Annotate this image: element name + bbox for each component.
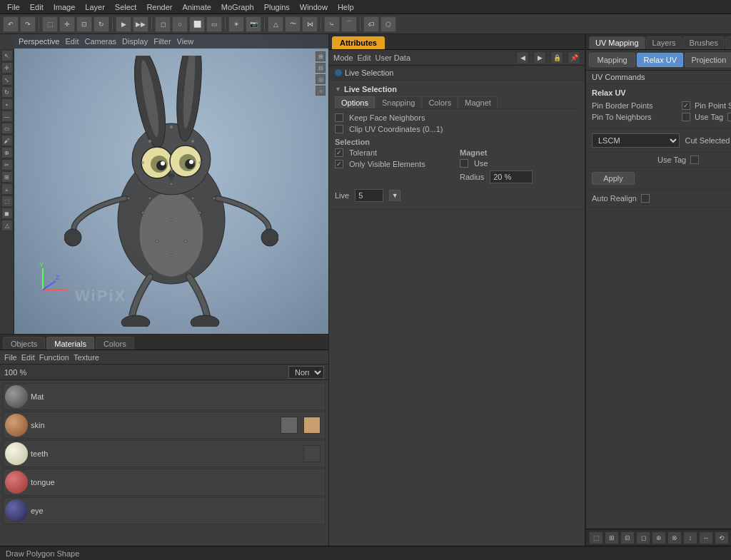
inner-tab-snapping[interactable]: Snapping [375, 96, 422, 108]
toolbar-tag[interactable]: 🏷 [363, 16, 379, 32]
btn-projection[interactable]: Projection [685, 53, 731, 67]
tool-rotate[interactable]: ↻ [1, 86, 13, 98]
uv-tab-swatches[interactable]: Swatches [725, 36, 731, 49]
live-arrow[interactable]: ▼ [389, 190, 400, 201]
toolbar-nurbs[interactable]: ⋈ [302, 16, 318, 32]
attr-menu-mode[interactable]: Mode [333, 54, 353, 62]
mode-select[interactable]: Normal Large Small [288, 366, 324, 379]
attr-pin[interactable]: 📌 [568, 51, 580, 64]
attr-menu-edit[interactable]: Edit [358, 54, 371, 62]
only-visible-checkbox[interactable] [335, 160, 343, 168]
tool-magnet[interactable]: ⊕ [1, 147, 13, 158]
uv-bottom-btn-9[interactable]: ⟲ [715, 531, 729, 544]
apply-button[interactable]: Apply [592, 172, 635, 185]
toolbar-scale[interactable]: ⊡ [76, 16, 92, 32]
material-item-tongue[interactable]: tongue [3, 469, 326, 496]
toolbar-bend[interactable]: ⌒ [341, 16, 357, 32]
tool-loop[interactable]: ⬚ [1, 195, 13, 207]
nav-icon-1[interactable]: ⊞ [316, 51, 326, 61]
toolbar-redo[interactable]: ↷ [20, 16, 36, 32]
tool-points[interactable]: • [1, 98, 13, 110]
mat-menu-texture[interactable]: Texture [74, 353, 99, 362]
attr-nav-next[interactable]: ▶ [533, 51, 546, 64]
tool-edges[interactable]: — [1, 111, 13, 122]
mat-menu-function[interactable]: Function [39, 353, 69, 362]
viewport-menu-cameras[interactable]: Cameras [84, 37, 116, 46]
nav-icon-2[interactable]: ⊟ [316, 63, 326, 73]
tool-bevel[interactable]: ⟁ [1, 183, 13, 195]
tool-polygons[interactable]: ▭ [1, 123, 13, 134]
tool-extrude[interactable]: ⊞ [1, 171, 13, 183]
uv-tab-brushes[interactable]: Brushes [683, 36, 725, 49]
tool-select[interactable]: ↖ [1, 50, 13, 61]
uv-tab-mapping[interactable]: UV Mapping [589, 36, 645, 49]
menu-layer[interactable]: Layer [81, 2, 109, 12]
uv-bottom-btn-7[interactable]: ↕ [683, 531, 697, 544]
use-tag-checkbox-1[interactable] [727, 113, 731, 121]
uv-bottom-btn-8[interactable]: ↔ [699, 531, 713, 544]
use-tag-checkbox-2[interactable] [690, 156, 699, 164]
toolbar-cylinder[interactable]: ⬜ [189, 16, 205, 32]
toolbar-move[interactable]: ✛ [59, 16, 75, 32]
btn-mapping[interactable]: Mapping [589, 53, 635, 67]
uv-bottom-btn-3[interactable]: ⊟ [620, 531, 635, 544]
menu-plugins[interactable]: Plugins [260, 2, 294, 12]
attr-menu-user-data[interactable]: User Data [375, 54, 411, 62]
pin-neighbors-checkbox[interactable] [682, 113, 690, 121]
menu-window[interactable]: Window [296, 2, 332, 12]
toolbar-sphere[interactable]: ○ [172, 16, 188, 32]
btn-relax-uv[interactable]: Relax UV [637, 53, 683, 67]
tool-iron[interactable]: △ [1, 220, 13, 231]
material-item-teeth[interactable]: teeth [3, 440, 326, 467]
menu-edit[interactable]: Edit [26, 2, 48, 12]
toolbar-light[interactable]: ☀ [228, 16, 244, 32]
menu-image[interactable]: Image [49, 2, 80, 12]
lscm-select[interactable]: LSCM ABF [592, 133, 680, 148]
tab-attributes[interactable]: Attributes [332, 36, 385, 49]
toolbar-plane[interactable]: ▭ [206, 16, 222, 32]
radius-input[interactable] [490, 170, 533, 183]
toolbar-cube[interactable]: ◻ [155, 16, 171, 32]
mat-menu-edit[interactable]: Edit [21, 353, 35, 362]
uv-bottom-btn-5[interactable]: ⊕ [652, 531, 666, 544]
tool-brush[interactable]: 🖌 [1, 135, 13, 146]
tab-materials[interactable]: Materials [46, 337, 94, 350]
menu-render[interactable]: Render [142, 2, 176, 12]
uv-bottom-btn-2[interactable]: ⊞ [605, 531, 619, 544]
tool-scale[interactable]: ⤡ [1, 74, 13, 86]
use-magnet-checkbox[interactable] [460, 159, 468, 168]
toolbar-undo[interactable]: ↶ [3, 16, 19, 32]
toolbar-render-to[interactable]: ▶▶ [133, 16, 148, 32]
uv-bottom-btn-6[interactable]: ⊗ [667, 531, 682, 544]
nav-icon-4[interactable]: ⟐ [316, 86, 326, 96]
tab-colors[interactable]: Colors [96, 337, 134, 350]
keep-face-checkbox[interactable] [335, 113, 343, 122]
uv-bottom-btn-1[interactable]: ⬚ [589, 531, 603, 544]
toolbar-material[interactable]: ⬡ [380, 16, 396, 32]
auto-realign-checkbox[interactable] [641, 194, 650, 203]
toolbar-deformer[interactable]: ⤷ [324, 16, 340, 32]
uv-tab-layers[interactable]: Layers [646, 36, 682, 49]
menu-help[interactable]: Help [333, 2, 358, 12]
toolbar-camera[interactable]: 📷 [246, 16, 261, 32]
pin-border-checkbox[interactable] [682, 101, 690, 110]
menu-animate[interactable]: Animate [178, 2, 215, 12]
uv-bottom-btn-4[interactable]: ◻ [636, 531, 650, 544]
tool-move[interactable]: ✛ [1, 62, 13, 73]
material-item-skin[interactable]: skin [3, 412, 326, 439]
mat-menu-file[interactable]: File [4, 353, 17, 362]
tolerant-checkbox[interactable] [335, 148, 343, 157]
toolbar-polygon[interactable]: △ [268, 16, 283, 32]
live-input[interactable] [355, 189, 383, 202]
attr-nav-prev[interactable]: ◀ [516, 51, 529, 64]
toolbar-rotate[interactable]: ↻ [94, 16, 109, 32]
viewport-menu-edit[interactable]: Edit [65, 37, 79, 46]
material-item-mat[interactable]: Mat [3, 383, 326, 410]
toolbar-spline[interactable]: 〜 [285, 16, 301, 32]
clip-uv-checkbox[interactable] [335, 125, 343, 133]
inner-tab-options[interactable]: Options [335, 96, 375, 108]
menu-file[interactable]: File [3, 2, 24, 12]
attr-lock[interactable]: 🔒 [550, 51, 563, 64]
tool-fill[interactable]: ◼ [1, 208, 13, 219]
menu-mograph[interactable]: MoGraph [217, 2, 258, 12]
